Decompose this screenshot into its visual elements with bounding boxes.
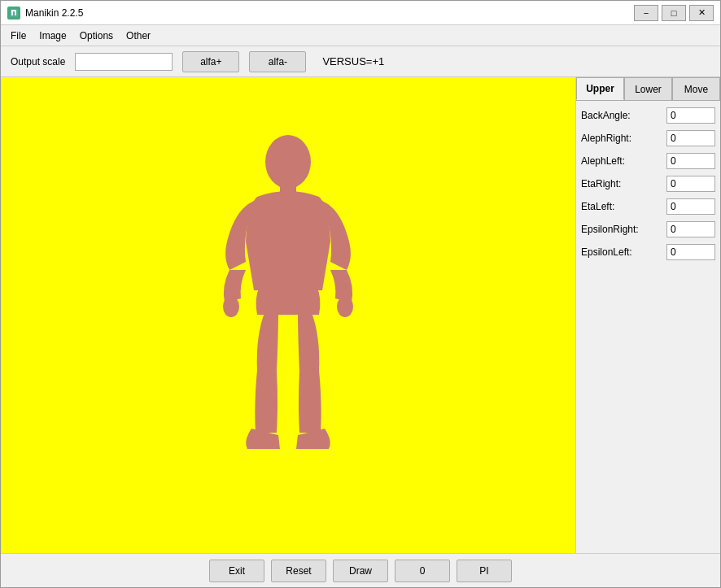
canvas-area xyxy=(1,77,575,553)
param-input-5[interactable] xyxy=(666,221,715,237)
alfa-plus-button[interactable]: alfa+ xyxy=(182,51,239,72)
tab-move[interactable]: Move xyxy=(672,77,720,100)
alfa-minus-button[interactable]: alfa- xyxy=(249,51,306,72)
bottom-btn-draw[interactable]: Draw xyxy=(333,560,388,582)
close-button[interactable]: ✕ xyxy=(689,5,714,21)
param-row-5: EpsilonRight: xyxy=(581,221,715,237)
menu-other[interactable]: Other xyxy=(120,28,157,44)
param-input-3[interactable] xyxy=(666,176,715,192)
param-row-1: AlephRight: xyxy=(581,130,715,146)
param-input-2[interactable] xyxy=(666,153,715,169)
bottom-btn-reset[interactable]: Reset xyxy=(271,560,326,582)
param-label-1: AlephRight: xyxy=(581,133,631,144)
svg-rect-1 xyxy=(11,11,13,15)
app-icon xyxy=(7,7,20,20)
bottom-btn-exit[interactable]: Exit xyxy=(209,560,264,582)
bottom-btn-pi[interactable]: PI xyxy=(457,560,512,582)
param-label-4: EtaLeft: xyxy=(581,201,614,212)
param-input-0[interactable] xyxy=(666,107,715,124)
param-label-2: AlephLeft: xyxy=(581,155,625,167)
params-panel: BackAngle:AlephRight:AlephLeft:EtaRight:… xyxy=(576,101,720,270)
title-bar: Manikin 2.2.5 − □ ✕ xyxy=(1,1,720,25)
param-row-3: EtaRight: xyxy=(581,176,715,192)
manikin-figure xyxy=(199,128,378,469)
main-window: Manikin 2.2.5 − □ ✕ File Image Options O… xyxy=(0,0,721,588)
param-row-2: AlephLeft: xyxy=(581,153,715,169)
menu-options[interactable]: Options xyxy=(73,28,120,44)
window-title: Manikin 2.2.5 xyxy=(25,7,83,19)
param-label-3: EtaRight: xyxy=(581,178,621,189)
param-input-1[interactable] xyxy=(666,130,715,146)
maximize-button[interactable]: □ xyxy=(662,5,686,21)
output-scale-input[interactable] xyxy=(75,53,173,71)
svg-point-7 xyxy=(337,296,353,317)
tab-lower[interactable]: Lower xyxy=(624,77,672,100)
svg-point-4 xyxy=(265,135,311,189)
bottom-bar: ExitResetDraw0PI xyxy=(1,553,720,587)
param-input-4[interactable] xyxy=(666,198,715,215)
main-content: Upper Lower Move BackAngle:AlephRight:Al… xyxy=(1,77,720,553)
param-input-6[interactable] xyxy=(666,244,715,260)
tab-upper[interactable]: Upper xyxy=(576,77,624,100)
bottom-btn-0[interactable]: 0 xyxy=(395,560,450,582)
param-row-4: EtaLeft: xyxy=(581,198,715,215)
menu-bar: File Image Options Other xyxy=(1,25,720,46)
svg-rect-3 xyxy=(11,10,16,11)
param-label-5: EpsilonRight: xyxy=(581,224,639,235)
menu-image[interactable]: Image xyxy=(33,28,72,44)
param-row-6: EpsilonLeft: xyxy=(581,244,715,260)
minimize-button[interactable]: − xyxy=(634,5,658,21)
svg-point-6 xyxy=(223,296,239,317)
svg-rect-2 xyxy=(15,11,16,15)
menu-file[interactable]: File xyxy=(4,28,33,44)
param-row-0: BackAngle: xyxy=(581,107,715,124)
param-label-0: BackAngle: xyxy=(581,110,631,121)
param-label-6: EpsilonLeft: xyxy=(581,246,632,258)
window-controls: − □ ✕ xyxy=(634,5,714,21)
right-panel: Upper Lower Move BackAngle:AlephRight:Al… xyxy=(575,77,720,553)
title-bar-left: Manikin 2.2.5 xyxy=(7,7,83,20)
tab-bar: Upper Lower Move xyxy=(576,77,720,101)
toolbar: Output scale alfa+ alfa- VERSUS=+1 xyxy=(1,46,720,77)
versus-label: VERSUS=+1 xyxy=(322,55,384,68)
output-scale-label: Output scale xyxy=(11,56,65,68)
